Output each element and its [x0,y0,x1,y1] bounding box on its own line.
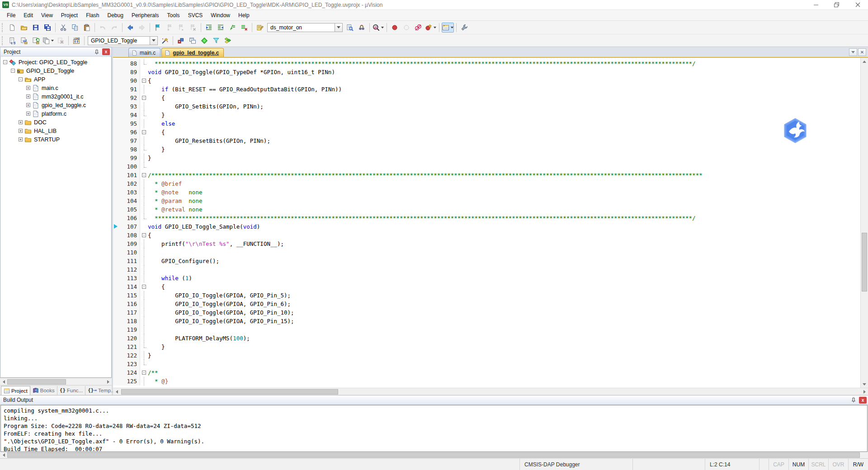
scroll-left-icon[interactable] [0,452,7,458]
code-line-93[interactable]: 93 GPIO_SetBits(GPIOn, PINn); [113,102,868,111]
toggle-bookmark-button[interactable] [152,23,163,33]
code-line-121[interactable]: 121 } [113,343,868,351]
new-file-button[interactable] [7,23,18,33]
expand-icon[interactable]: + [19,120,23,124]
code-line-97[interactable]: 97 GPIO_ResetBits(GPIOn, PINn); [113,136,868,145]
code-line-108[interactable]: 108-{ [113,231,868,240]
menu-debug[interactable]: Debug [104,11,127,20]
batch-build-button[interactable] [42,36,54,46]
expand-icon[interactable]: + [26,86,30,90]
minimize-button[interactable] [806,0,826,9]
enable-all-breakpoints-button[interactable] [425,23,437,33]
fold-collapse-icon[interactable]: - [140,282,148,291]
hscroll-thumb[interactable] [7,452,860,458]
code-line-120[interactable]: 120 PLATFORM_DelayMS(100); [113,334,868,343]
manage-rte-button[interactable] [175,36,186,46]
tree-item-app[interactable]: -APP [0,75,111,84]
rebuild-button[interactable] [30,36,41,46]
editor-vscrollbar[interactable] [860,58,868,388]
code-line-117[interactable]: 117 GPIO_IO_Toggle(GPIOA, GPIO_Pin_10); [113,308,868,317]
code-line-96[interactable]: 96- { [113,128,868,136]
build-output-text[interactable]: compiling system_mm32g0001.c...linking..… [0,405,868,452]
search-combo[interactable]: ds_motor_on [267,23,343,32]
tree-item-gpio-led-toggle-c[interactable]: +gpio_led_toggle.c [0,101,111,109]
code-line-94[interactable]: 94 } [113,111,868,119]
code-line-123[interactable]: 123 [113,360,868,368]
comment-button[interactable] [227,23,238,33]
tree-item-project-gpio-led-toggle[interactable]: -Project: GPIO_LED_Toggle [0,58,111,66]
code-line-91[interactable]: 91 if (Bit_RESET == GPIO_ReadOutputDataB… [113,85,868,94]
expand-icon[interactable]: + [19,137,23,141]
quick-search-button[interactable]: @ [372,23,384,33]
save-all-button[interactable] [42,23,53,33]
close-document-button[interactable]: ✕ [858,48,866,56]
editor-tab-gpio-led-toggle-c[interactable]: gpio_led_toggle.c [161,48,224,57]
expand-icon[interactable]: + [26,112,30,116]
incremental-find-button[interactable] [344,23,355,33]
code-line-119[interactable]: 119 [113,325,868,334]
open-button[interactable] [19,23,29,33]
collapse-icon[interactable]: - [11,69,15,73]
menu-peripherals[interactable]: Peripherals [127,11,163,20]
scroll-left-icon[interactable] [0,378,7,385]
unindent-button[interactable] [215,23,226,33]
target-select[interactable]: GPIO_LED_Toggle [88,36,158,45]
code-line-98[interactable]: 98 } [113,145,868,154]
code-line-125[interactable]: 125 * @} [113,377,868,385]
fold-collapse-icon[interactable]: - [140,94,148,102]
expand-icon[interactable]: + [19,129,23,133]
tree-item-doc[interactable]: +DOC [0,118,111,127]
menu-view[interactable]: View [37,11,57,20]
grep-button[interactable] [356,23,367,33]
fold-collapse-icon[interactable]: - [140,128,148,136]
fold-collapse-icon[interactable]: - [140,368,148,377]
code-line-95[interactable]: 95 else [113,119,868,128]
uncomment-button[interactable] [239,23,250,33]
code-line-124[interactable]: 124-/** [113,368,868,377]
code-line-109[interactable]: 109 printf("\r\nTest %s", __FUNCTION__); [113,240,868,248]
tab-list-dropdown-button[interactable] [849,48,857,56]
code-line-115[interactable]: 115 GPIO_IO_Toggle(GPIOA, GPIO_Pin_5); [113,291,868,300]
tree-item-hal-lib[interactable]: +HAL_LIB [0,127,111,135]
toolbar-grip[interactable] [2,36,5,45]
collapse-icon[interactable]: - [19,77,23,81]
code-line-100[interactable]: 100 [113,162,868,171]
thunder-overlay-icon[interactable] [782,118,808,144]
scroll-up-icon[interactable] [861,58,868,65]
build-output-hscrollbar[interactable] [0,452,868,458]
tree-item-startup[interactable]: +STARTUP [0,135,111,144]
menu-tools[interactable]: Tools [163,11,184,20]
fold-collapse-icon[interactable]: - [140,171,148,179]
restore-button[interactable] [826,0,847,9]
vscroll-thumb[interactable] [862,233,867,291]
menu-project[interactable]: Project [57,11,82,20]
code-line-88[interactable]: 88 *************************************… [113,59,868,68]
toolbar-grip[interactable] [2,23,5,32]
expand-icon[interactable]: + [26,94,30,99]
menu-flash[interactable]: Flash [82,11,103,20]
menu-svcs[interactable]: SVCS [184,11,207,20]
code-line-111[interactable]: 111 GPIO_Configure(); [113,257,868,265]
indent-button[interactable] [203,23,214,33]
tree-item-gpio-led-toggle[interactable]: -GPIO_LED_Toggle [0,66,111,75]
translate-button[interactable] [7,36,18,46]
tree-item-mm32g0001-it-c[interactable]: +mm32g0001_it.c [0,92,111,101]
fold-collapse-icon[interactable]: - [140,76,148,85]
code-line-116[interactable]: 116 GPIO_IO_Toggle(GPIOA, GPIO_Pin_6); [113,300,868,308]
chevron-down-icon[interactable] [150,36,158,45]
navigate-back-button[interactable] [125,23,136,33]
kill-all-breakpoints-button[interactable] [413,23,424,33]
hscroll-thumb[interactable] [7,379,66,385]
menu-edit[interactable]: Edit [19,11,37,20]
hscroll-thumb[interactable] [121,389,338,395]
select-software-packs-button[interactable] [199,36,210,46]
code-line-103[interactable]: 103 * @note none [113,188,868,197]
close-build-output-button[interactable]: x [859,397,867,404]
find-in-files-button[interactable] [255,23,265,33]
code-line-104[interactable]: 104 * @param none [113,197,868,205]
code-line-113[interactable]: 113 while (1) [113,274,868,282]
pin-icon[interactable] [93,48,101,56]
code-line-122[interactable]: 122} [113,351,868,360]
tree-item-platform-c[interactable]: +platform.c [0,109,111,118]
manage-project-items-button[interactable] [187,36,198,46]
